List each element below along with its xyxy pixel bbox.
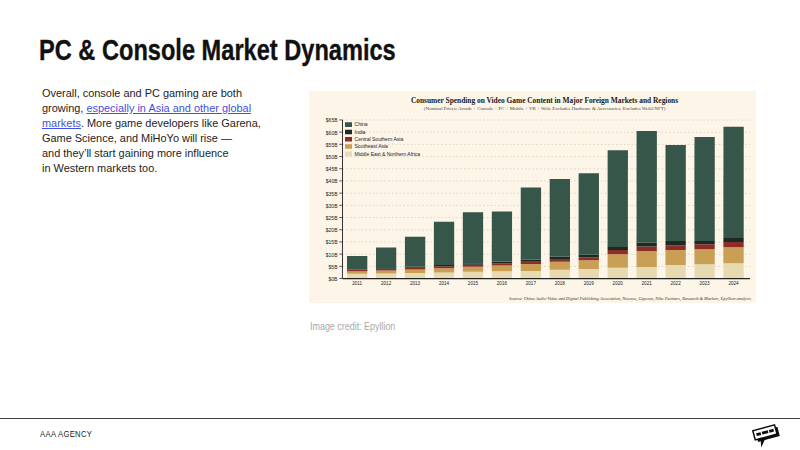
- svg-text:$45B: $45B: [326, 166, 338, 172]
- svg-text:2021: 2021: [642, 281, 653, 286]
- svg-text:China: China: [355, 121, 368, 127]
- svg-text:$65B: $65B: [326, 117, 338, 123]
- svg-text:2023: 2023: [699, 281, 710, 286]
- svg-text:2017: 2017: [526, 281, 537, 286]
- svg-text:Southeast Asia: Southeast Asia: [355, 143, 389, 149]
- svg-text:Consumer Spending on Video Gam: Consumer Spending on Video Game Content …: [411, 96, 678, 105]
- svg-text:2013: 2013: [410, 281, 421, 286]
- svg-text:India: India: [355, 129, 366, 135]
- svg-text:2024: 2024: [728, 281, 739, 286]
- svg-text:2012: 2012: [381, 281, 392, 286]
- svg-text:$30B: $30B: [326, 203, 338, 209]
- svg-text:$15B: $15B: [326, 239, 338, 245]
- svg-text:2020: 2020: [613, 281, 624, 286]
- svg-text:2018: 2018: [555, 281, 566, 286]
- svg-text:2016: 2016: [497, 281, 508, 286]
- svg-text:Middle East & Northern Africa: Middle East & Northern Africa: [355, 151, 421, 157]
- svg-text:2015: 2015: [468, 281, 479, 286]
- svg-text:2019: 2019: [584, 281, 595, 286]
- svg-text:$20B: $20B: [326, 227, 338, 233]
- svg-text:$25B: $25B: [326, 215, 338, 221]
- svg-text:$55B: $55B: [326, 142, 338, 148]
- svg-text:$35B: $35B: [326, 191, 338, 197]
- svg-text:2014: 2014: [439, 281, 450, 286]
- svg-text:$5B: $5B: [329, 264, 339, 270]
- svg-text:Central Southern Asia: Central Southern Asia: [355, 136, 404, 142]
- svg-text:(Nominal Prices; Arcade + Cons: (Nominal Prices; Arcade + Console + PC +…: [424, 106, 666, 111]
- svg-text:$10B: $10B: [326, 252, 338, 258]
- svg-text:$0B: $0B: [329, 276, 339, 282]
- svg-text:$50B: $50B: [326, 154, 338, 160]
- svg-text:$60B: $60B: [326, 130, 338, 136]
- svg-text:2022: 2022: [670, 281, 681, 286]
- svg-text:$40B: $40B: [326, 178, 338, 184]
- svg-text:2011: 2011: [352, 281, 362, 286]
